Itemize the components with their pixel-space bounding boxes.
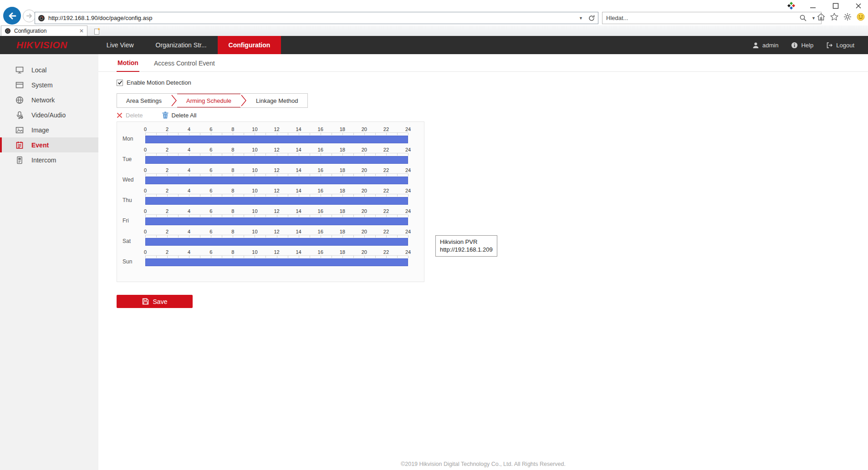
close-icon <box>855 3 862 9</box>
schedule-bar[interactable] <box>145 197 408 205</box>
browser-tab-configuration[interactable]: Configuration ✕ <box>1 25 87 36</box>
new-tab-icon <box>93 27 101 35</box>
enable-motion-checkbox[interactable] <box>117 80 123 86</box>
logout-label: Logout <box>836 42 854 49</box>
nav-organization[interactable]: Organization Str... <box>145 36 218 54</box>
subtab-area-settings[interactable]: Area Settings <box>117 94 171 107</box>
trash-icon <box>162 111 168 119</box>
sidebar-item-system[interactable]: System <box>0 77 98 92</box>
enable-motion-row: Enable Motion Detection <box>117 79 868 86</box>
tab-access-control-event[interactable]: Access Control Event <box>153 60 216 71</box>
favorites-star-icon[interactable] <box>830 12 839 21</box>
smiley-icon[interactable] <box>856 12 865 21</box>
schedule-bar[interactable] <box>145 238 408 246</box>
schedule-row: Sun024681012141618202224 <box>123 249 424 267</box>
schedule-timeline[interactable]: 024681012141618202224 <box>145 249 408 267</box>
schedule-day-label: Sun <box>123 258 145 267</box>
schedule-track[interactable] <box>145 156 408 164</box>
sidebar-item-label: Event <box>31 142 49 149</box>
help-button[interactable]: Help <box>791 42 813 49</box>
schedule-track[interactable] <box>145 217 408 226</box>
browser-search-box[interactable]: ▼ <box>602 12 822 24</box>
sidebar-item-label: System <box>31 81 53 89</box>
search-icon[interactable] <box>799 14 807 22</box>
monitor-icon <box>15 66 24 74</box>
sidebar-item-local[interactable]: Local <box>0 62 98 77</box>
user-icon <box>752 42 759 49</box>
schedule-axis-labels: 024681012141618202224 <box>145 188 408 194</box>
schedule-axis-ruler <box>145 235 408 238</box>
back-icon <box>7 11 17 21</box>
sidebar-item-video-audio[interactable]: Video/Audio <box>0 107 98 122</box>
schedule-timeline[interactable]: 024681012141618202224 <box>145 188 408 205</box>
schedule-row: Thu024681012141618202224 <box>123 188 424 205</box>
sidebar-item-event[interactable]: Event <box>0 137 98 152</box>
new-tab-button[interactable] <box>91 26 103 35</box>
globe-icon <box>15 96 24 104</box>
schedule-axis-ruler <box>145 255 408 258</box>
hikvision-logo: HIKVISION <box>16 40 67 51</box>
close-window-button[interactable] <box>853 1 863 10</box>
schedule-timeline[interactable]: 024681012141618202224 <box>145 126 408 144</box>
schedule-timeline[interactable]: 024681012141618202224 <box>145 208 408 226</box>
schedule-bar[interactable] <box>145 136 408 143</box>
info-icon <box>791 42 798 49</box>
schedule-axis-labels: 024681012141618202224 <box>145 208 408 214</box>
user-menu[interactable]: admin <box>752 42 778 49</box>
forward-button[interactable] <box>23 10 36 22</box>
delete-label: Delete <box>126 112 143 119</box>
schedule-day-label: Wed <box>123 176 145 185</box>
schedule-axis-ruler <box>145 132 408 135</box>
schedule-day-label: Tue <box>123 156 145 164</box>
search-input[interactable] <box>606 15 797 21</box>
delete-all-button[interactable]: Delete All <box>162 111 197 119</box>
schedule-track[interactable] <box>145 136 408 144</box>
sidebar-item-label: Video/Audio <box>31 111 66 119</box>
schedule-track[interactable] <box>145 177 408 185</box>
schedule-bar[interactable] <box>145 258 408 266</box>
sidebar-item-label: Local <box>31 66 46 74</box>
schedule-bar[interactable] <box>145 177 408 184</box>
subtab-arming-schedule[interactable]: Arming Schedule <box>177 94 240 107</box>
schedule-timeline[interactable]: 024681012141618202224 <box>145 229 408 246</box>
schedule-track[interactable] <box>145 197 408 205</box>
delete-all-label: Delete All <box>172 112 197 119</box>
schedule-axis-ruler <box>145 214 408 217</box>
sidebar-item-network[interactable]: Network <box>0 92 98 107</box>
save-button[interactable]: Save <box>117 295 193 308</box>
logout-button[interactable]: Logout <box>826 42 854 49</box>
chevron-separator-icon <box>171 94 177 107</box>
sidebar-item-label: Intercom <box>31 157 56 164</box>
app-header: HIKVISION Live View Organization Str... … <box>0 36 868 54</box>
url-input[interactable] <box>48 15 574 21</box>
refresh-icon[interactable] <box>588 15 595 22</box>
back-button[interactable] <box>3 7 21 25</box>
sidebar-item-intercom[interactable]: Intercom <box>0 152 98 167</box>
nav-configuration[interactable]: Configuration <box>218 36 281 54</box>
sidebar-item-image[interactable]: Image <box>0 122 98 137</box>
schedule-axis-ruler <box>145 173 408 176</box>
schedule-timeline[interactable]: 024681012141618202224 <box>145 167 408 185</box>
maximize-button[interactable] <box>831 1 841 10</box>
minimize-button[interactable] <box>808 1 818 10</box>
copyright-footer: ©2019 Hikvision Digital Technology Co., … <box>98 461 868 467</box>
schedule-track[interactable] <box>145 238 408 246</box>
home-icon[interactable] <box>817 12 826 21</box>
url-dropdown-icon[interactable]: ▼ <box>577 16 585 20</box>
schedule-bar[interactable] <box>145 217 408 225</box>
delete-button[interactable]: Delete <box>117 112 143 119</box>
tab-close-icon[interactable]: ✕ <box>79 28 84 34</box>
forward-icon <box>26 12 33 20</box>
schedule-bar[interactable] <box>145 156 408 164</box>
schedule-timeline[interactable]: 024681012141618202224 <box>145 147 408 164</box>
chevron-separator-icon <box>240 94 247 107</box>
settings-gear-icon[interactable] <box>843 12 852 21</box>
nav-live-view[interactable]: Live View <box>96 36 145 54</box>
tab-motion[interactable]: Motion <box>117 59 139 72</box>
schedule-track[interactable] <box>145 258 408 267</box>
address-bar[interactable]: ▼ <box>35 12 598 24</box>
event-calendar-icon <box>15 141 24 149</box>
subtab-linkage-method[interactable]: Linkage Method <box>247 94 307 107</box>
schedule-row: Wed024681012141618202224 <box>123 167 424 185</box>
camera-favicon <box>38 15 45 22</box>
